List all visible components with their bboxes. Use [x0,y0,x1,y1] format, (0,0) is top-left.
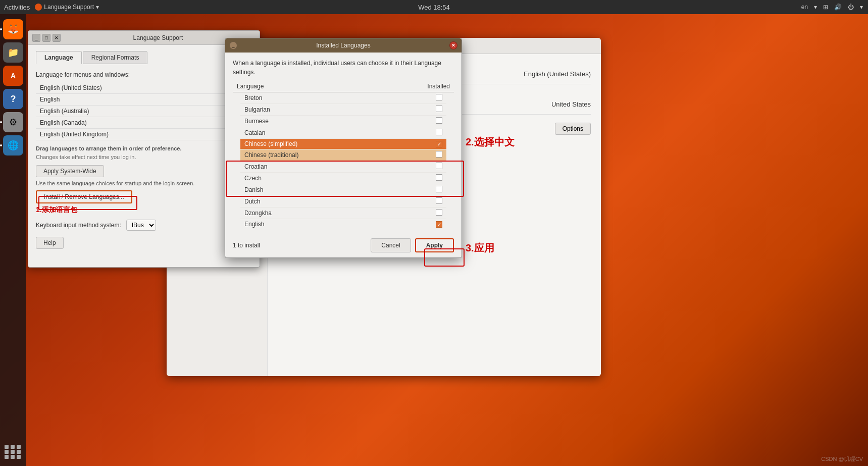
installed-footer: 1 to install Cancel Apply [225,233,462,257]
install-count: 1 to install [233,242,260,249]
lang-window-controls: _ □ ✕ [32,34,61,42]
dock-bottom [4,443,22,461]
system-dropdown-icon[interactable]: ▾ [860,4,863,11]
dock-icon-software[interactable]: A [3,66,23,86]
checkbox-danish[interactable] [431,184,446,196]
table-row[interactable]: Breton [240,92,446,104]
annotation-step2: 2.选择中文 [466,135,515,149]
dock-icon-settings[interactable]: ⚙ [3,112,23,132]
browser-icon: 🌐 [8,140,19,151]
table-row[interactable]: Danish [240,184,446,196]
installed-minimize-btn[interactable]: _ [229,41,237,49]
lang-item-en-us[interactable]: English (United States) [36,82,252,94]
checkbox-breton[interactable] [431,92,446,104]
top-panel: Activities Language Support ▾ Wed 18:54 … [0,0,868,14]
app-name-label: Language Support [44,4,94,11]
settings-gear-icon: ⚙ [9,117,17,128]
table-row[interactable]: Bulgarian [240,104,446,116]
language-value: English (United States) [524,70,591,78]
keyboard-select[interactable]: IBus [126,220,156,231]
table-row[interactable]: Croatian [240,161,446,173]
installed-languages-dialog: _ Installed Languages ✕ When a language … [225,38,462,258]
active-dot-2 [0,121,2,123]
apply-button[interactable]: Apply [415,238,454,252]
lang-cell-breton: Breton [240,92,431,104]
login-note: Use the same language choices for startu… [36,180,252,186]
lang-item-en[interactable]: English [36,94,252,106]
lang-cell-catalan: Catalan [240,127,431,139]
dialog-buttons: Cancel Apply [371,238,454,252]
lang-cell-dzongkha: Dzongkha [240,208,431,219]
table-row[interactable]: Dutch [240,196,446,208]
checkbox-chinese-simplified[interactable]: ✓ [431,139,446,149]
lang-dropdown-icon[interactable]: ▾ [814,4,817,11]
lang-cell-czech: Czech [240,173,431,184]
lang-close-btn[interactable]: ✕ [53,34,61,42]
clock: Wed 18:54 [418,4,450,11]
lang-cell-chinese-simplified: Chinese (simplified) [240,139,431,149]
dock-icon-help[interactable]: ? [3,89,23,109]
lang-minimize-btn[interactable]: _ [32,34,40,42]
checkbox-english[interactable]: ✓ [431,219,446,229]
table-row[interactable]: Catalan [240,127,446,139]
dock-icon-firefox[interactable]: 🦊 [3,19,23,39]
col-installed: Installed [351,81,454,92]
lang-cell-burmese: Burmese [240,116,431,127]
lang-item-en-ca[interactable]: English (Canada) [36,117,252,129]
lang-restore-btn[interactable]: □ [42,34,50,42]
dock-icon-browser[interactable]: 🌐 [3,135,23,156]
lang-item-en-uk[interactable]: English (United Kingdom) [36,129,252,140]
tab-language[interactable]: Language [36,51,82,64]
installed-close-btn[interactable]: ✕ [449,41,457,49]
checkbox-czech[interactable] [431,173,446,184]
drag-sub: Changes take effect next time you log in… [36,154,252,160]
app-dot [35,4,42,11]
checkbox-croatian[interactable] [431,161,446,173]
app-dropdown-icon[interactable]: ▾ [96,4,99,11]
language-scroll-list[interactable]: Breton Bulgarian Burmese Catalan Chinese… [233,92,454,229]
tab-regional-formats[interactable]: Regional Formats [83,51,148,64]
lang-cell-croatian: Croatian [240,161,431,173]
installed-languages-table: Breton Bulgarian Burmese Catalan Chinese… [240,92,446,229]
active-dot [0,28,2,30]
table-row-chinese-simplified[interactable]: Chinese (simplified) ✓ [240,139,446,149]
files-icon: 📁 [8,47,19,58]
checkbox-burmese[interactable] [431,116,446,127]
app-indicator: Language Support ▾ [35,4,99,11]
keyboard-label: Keyboard input method system: [36,222,121,229]
table-row[interactable]: Burmese [240,116,446,127]
checkbox-dutch[interactable] [431,196,446,208]
power-icon[interactable]: ⏻ [848,4,854,11]
installed-table-header: Language Installed [233,81,454,92]
apply-system-wide-button[interactable]: Apply System-Wide [36,165,104,177]
lang-cell-dutch: Dutch [240,196,431,208]
lang-cell-bulgarian: Bulgarian [240,104,431,116]
language-list: English (United States) English English … [36,82,252,140]
lang-indicator[interactable]: en [801,4,808,11]
drag-note: Drag languages to arrange them in order … [36,145,252,151]
annotation-step1: 1.添加语言包 [36,205,252,215]
table-row[interactable]: English ✓ [240,219,446,229]
cancel-button[interactable]: Cancel [371,238,411,252]
installed-titlebar: _ Installed Languages ✕ [225,38,462,53]
region-value: United States [551,100,591,108]
checkbox-chinese-traditional[interactable] [431,149,446,161]
checkbox-catalan[interactable] [431,127,446,139]
checkbox-bulgarian[interactable] [431,104,446,116]
table-row-chinese-traditional[interactable]: Chinese (traditional) [240,149,446,161]
table-row[interactable]: Czech [240,173,446,184]
installed-window-controls: _ [229,41,237,49]
app-grid-icon[interactable] [4,443,22,461]
table-row[interactable]: Dzongkha [240,208,446,219]
volume-icon[interactable]: 🔊 [834,4,842,11]
activities-button[interactable]: Activities [4,4,30,11]
options-button[interactable]: Options [555,123,591,135]
annotation-step3: 3.应用 [466,241,494,255]
installed-close-controls: ✕ [449,41,457,49]
lang-item-en-au[interactable]: English (Australia) [36,106,252,117]
dock-icon-files[interactable]: 📁 [3,42,23,63]
help-button[interactable]: Help [36,237,64,249]
checkbox-dzongkha[interactable] [431,208,446,219]
install-remove-button[interactable]: Install / Remove Languages... [36,190,132,203]
software-icon: A [11,72,16,80]
